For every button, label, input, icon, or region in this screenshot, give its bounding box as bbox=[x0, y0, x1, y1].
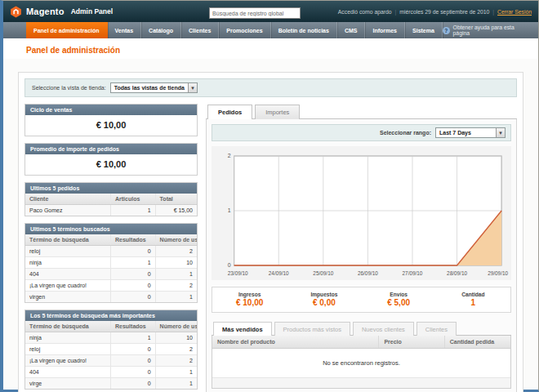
table-row[interactable]: reloj 0 2 bbox=[25, 344, 197, 355]
table-row[interactable]: ¡La virgen que cuadro! 0 2 bbox=[25, 355, 197, 367]
chart-tab-label: Importes bbox=[265, 109, 289, 116]
grid-footer bbox=[212, 377, 510, 388]
cell-results: 0 bbox=[111, 269, 156, 279]
top-search-title: Los 5 términos de búsqueda más important… bbox=[25, 310, 197, 321]
nav-items: Panel de administración Ventas Catálogo … bbox=[26, 22, 443, 38]
total-value: 1 bbox=[436, 298, 510, 307]
cell-uses: 2 bbox=[156, 344, 197, 354]
range-selected: Last 7 Days bbox=[436, 130, 474, 136]
global-search bbox=[209, 4, 301, 20]
top-search-rows: ninja 1 10 reloj 0 2 ¡La virgen que cuad… bbox=[25, 332, 197, 389]
table-row[interactable]: ninja 1 10 bbox=[25, 257, 197, 269]
help-link[interactable]: ? Obtener ayuda para esta página bbox=[443, 22, 538, 38]
column-header: Total bbox=[156, 194, 197, 204]
last-orders-title: Ultimos 5 pedidos bbox=[25, 183, 197, 194]
column-header: Número de usos bbox=[156, 234, 197, 245]
lifetime-sales-value: € 10,00 bbox=[25, 115, 197, 136]
current-date: miércoles 29 de septiembre de 2010 bbox=[399, 9, 489, 15]
total-cell: Cantidad 1 bbox=[436, 287, 510, 312]
table-row[interactable]: reloj 0 2 bbox=[25, 246, 197, 257]
cell-uses: 10 bbox=[156, 332, 197, 343]
last-orders-header: ClienteArticulosTotal bbox=[25, 194, 197, 205]
bottom-tab[interactable]: Clientes bbox=[416, 322, 457, 336]
cell-term: reloj bbox=[25, 246, 111, 256]
last-search-rows: reloj 0 2 ninja 1 10 404 0 1 bbox=[25, 246, 197, 302]
chart-tab[interactable]: Importes bbox=[255, 105, 300, 119]
top-header: Magento Admin Panel Accedió como apardo … bbox=[3, 1, 538, 22]
total-value: € 10,00 bbox=[212, 298, 287, 307]
total-label: Ingresos bbox=[212, 292, 287, 297]
bottom-tab[interactable]: Más vendidos bbox=[213, 322, 272, 336]
table-row[interactable]: virgen 0 1 bbox=[25, 292, 197, 302]
range-bar: Seleccionar rango: Last 7 Days ▼ bbox=[212, 124, 511, 141]
top-search-box: Los 5 términos de búsqueda más important… bbox=[24, 310, 198, 390]
cell-uses: 2 bbox=[156, 355, 197, 366]
lifetime-sales-title: Ciclo de ventas bbox=[25, 105, 197, 115]
cell-uses: 2 bbox=[156, 280, 197, 291]
nav-item-label: Panel de administración bbox=[33, 28, 100, 33]
bottom-tab[interactable]: Nuevos clientes bbox=[353, 322, 414, 336]
logout-link[interactable]: Cerrar Sesión bbox=[497, 9, 532, 15]
top-search-table: Término de búsquedaResultadosNúmero de u… bbox=[25, 321, 197, 389]
lifetime-sales-box: Ciclo de ventas € 10,00 bbox=[24, 104, 198, 136]
nav-item[interactable]: Informes bbox=[365, 22, 405, 38]
cell-results: 1 bbox=[111, 332, 156, 343]
svg-text:28/09/10: 28/09/10 bbox=[447, 270, 467, 276]
nav-item[interactable]: Clientes bbox=[181, 22, 219, 38]
help-label: Obtener ayuda para esta página bbox=[453, 24, 530, 36]
products-grid-header: Nombre del productoPrecioCantidad pedida bbox=[212, 336, 510, 349]
cell-results: 1 bbox=[111, 257, 156, 268]
chart-tab[interactable]: Pedidos bbox=[207, 105, 252, 119]
bottom-tab-label: Nuevos clientes bbox=[362, 326, 405, 333]
last-search-box: Ultimos 5 términos buscados Término de b… bbox=[24, 223, 198, 303]
table-row[interactable]: 404 0 1 bbox=[25, 269, 197, 280]
cell-term: 404 bbox=[25, 367, 111, 377]
table-row[interactable]: 404 0 1 bbox=[25, 367, 197, 378]
last-orders-rows: Paco Gomez 1 € 15,00 bbox=[25, 205, 197, 216]
nav-item[interactable]: Catálogo bbox=[141, 22, 181, 38]
orders-chart: 01223/09/1024/09/1025/09/1026/09/1027/09… bbox=[213, 149, 510, 278]
range-select[interactable]: Last 7 Days ▼ bbox=[435, 127, 506, 138]
cell-results: 0 bbox=[111, 292, 156, 302]
bottom-tab[interactable]: Productos más vistos bbox=[274, 322, 350, 336]
nav-item[interactable]: CMS bbox=[337, 22, 366, 38]
last-search-header: Término de búsquedaResultadosNúmero de u… bbox=[25, 234, 197, 246]
nav-item-label: Clientes bbox=[189, 28, 211, 33]
cell-term: virgen bbox=[25, 292, 111, 302]
table-row[interactable]: virge 0 1 bbox=[25, 378, 197, 389]
total-label: Envíos bbox=[362, 292, 436, 297]
cell-uses: 1 bbox=[156, 378, 197, 389]
global-search-input[interactable] bbox=[209, 7, 301, 19]
column-header: Término de búsqueda bbox=[25, 234, 111, 245]
right-column: Pedidos Importes Seleccionar rango: Last… bbox=[206, 104, 517, 392]
nav-item[interactable]: Boletín de noticias bbox=[271, 22, 337, 38]
table-row[interactable]: ¡La virgen que cuadro! 0 2 bbox=[25, 280, 197, 292]
products-grid: Nombre del productoPrecioCantidad pedida… bbox=[212, 336, 511, 389]
page-title: Panel de administración bbox=[26, 46, 515, 55]
store-view-select[interactable]: Todas las vistas de tienda ▼ bbox=[110, 82, 198, 93]
nav-item[interactable]: Promociones bbox=[219, 22, 270, 38]
total-value: € 5,00 bbox=[362, 298, 436, 307]
store-view-label: Seleccione la vista de tienda: bbox=[32, 85, 106, 91]
bottom-tab-label: Clientes bbox=[425, 326, 448, 333]
top-search-header: Término de búsquedaResultadosNúmero de u… bbox=[25, 321, 197, 332]
logo-name: Magento bbox=[26, 7, 65, 16]
average-orders-box: Promedio de importe de pedidos € 10,00 bbox=[24, 143, 198, 176]
cell-term: ninja bbox=[25, 257, 111, 268]
column-header: Resultados bbox=[111, 321, 156, 332]
table-row[interactable]: ninja 1 10 bbox=[25, 332, 197, 344]
nav-item[interactable]: Ventas bbox=[108, 22, 142, 38]
bottom-tab-label: Más vendidos bbox=[222, 326, 263, 333]
orders-panel: Seleccionar rango: Last 7 Days ▼ 01223/0… bbox=[206, 119, 517, 392]
cell-results: 0 bbox=[111, 355, 156, 366]
nav-item[interactable]: Panel de administración bbox=[26, 22, 108, 38]
cell-uses: 1 bbox=[156, 292, 197, 302]
cell-term: ninja bbox=[25, 332, 111, 343]
chart-area: 01223/09/1024/09/1025/09/1026/09/1027/09… bbox=[212, 146, 511, 280]
nav-item[interactable]: Sistema bbox=[405, 22, 443, 38]
cell-term: 404 bbox=[25, 269, 111, 279]
nav-item-label: Catálogo bbox=[149, 28, 173, 33]
svg-text:26/09/10: 26/09/10 bbox=[358, 270, 378, 276]
table-row[interactable]: Paco Gomez 1 € 15,00 bbox=[25, 205, 197, 216]
average-orders-title: Promedio de importe de pedidos bbox=[25, 144, 197, 154]
